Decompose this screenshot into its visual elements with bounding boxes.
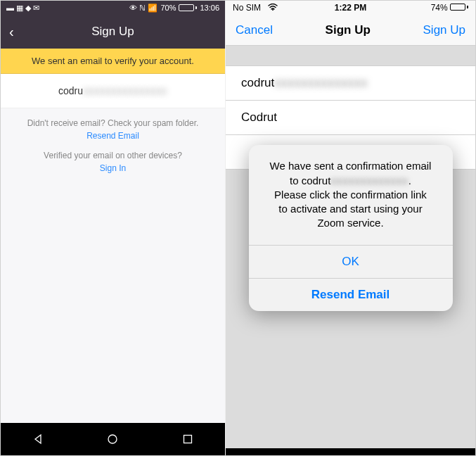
email-prefix: codru [58, 85, 83, 96]
bottom-bar [226, 448, 475, 455]
resend-email-link[interactable]: Resend Email [86, 131, 139, 141]
alert-line2-suffix: . [409, 175, 411, 186]
alert-line3: Please click the confirmation link [274, 189, 427, 201]
ios-screen: No SIM 1:22 PM 74% Cancel Sign Up Sign U… [226, 1, 475, 455]
email-blurred: xxxxxxxxxxxxxx [274, 76, 368, 89]
name-field[interactable]: Codrut [226, 101, 475, 135]
alert-line2-prefix: to codrut [290, 175, 330, 186]
battery-pct: 70% [160, 4, 176, 12]
svg-point-2 [272, 9, 274, 11]
back-button[interactable]: ‹ [9, 24, 14, 40]
svg-rect-1 [184, 436, 191, 443]
nav-home-icon[interactable] [106, 433, 119, 445]
email-field[interactable]: codrutxxxxxxxxxxxxxx [226, 65, 475, 101]
email-blurred: xxxxxxxxxxxxxxx [83, 85, 167, 96]
ios-status-bar: No SIM 1:22 PM 74% [226, 1, 475, 15]
spam-message-block: Didn't receive email? Check your spam fo… [1, 108, 225, 141]
battery-pct: 74% [431, 3, 448, 13]
alert-ok-button[interactable]: OK [249, 245, 453, 278]
nav-back-icon[interactable] [32, 433, 44, 445]
alert-message: We have sent a confirmation email to cod… [249, 145, 453, 244]
spam-message: Didn't receive email? Check your spam fo… [15, 118, 211, 128]
android-status-bar: ▬ ▦ ◆ ✉ 👁 ℕ 📶 70% 13:06 [1, 1, 225, 15]
verification-banner: We sent an email to verify your account. [1, 49, 225, 74]
verified-message: Verified your email on other devices? [15, 151, 211, 160]
alert-email-blurred: xxxxxxxxxxxxx [330, 175, 409, 186]
email-prefix: codrut [241, 76, 274, 89]
battery-icon [179, 4, 197, 11]
signup-button[interactable]: Sign Up [423, 23, 465, 37]
wifi-icon [266, 3, 278, 13]
battery-icon [450, 4, 468, 11]
alert-line1: We have sent a confirmation email [270, 160, 432, 172]
svg-point-0 [108, 435, 117, 443]
status-left-icons: ▬ ▦ ◆ ✉ [6, 4, 39, 13]
cancel-button[interactable]: Cancel [236, 23, 273, 37]
alert-line4: to activate and start using your [278, 203, 422, 215]
status-right-icons: 👁 ℕ 📶 [129, 4, 157, 13]
status-time: 13:06 [200, 4, 219, 12]
android-screen: ▬ ▦ ◆ ✉ 👁 ℕ 📶 70% 13:06 ‹ Sign Up We sen… [1, 1, 226, 455]
android-header: ‹ Sign Up [1, 15, 225, 49]
confirmation-alert: We have sent a confirmation email to cod… [249, 145, 453, 310]
alert-resend-button[interactable]: Resend Email [249, 278, 453, 311]
nav-recent-icon[interactable] [181, 433, 194, 445]
page-title: Sign Up [91, 25, 134, 39]
sign-in-link[interactable]: Sign In [100, 163, 126, 173]
alert-line5: Zoom service. [317, 217, 383, 229]
email-display: codruxxxxxxxxxxxxxxx [1, 74, 225, 108]
ios-header: Cancel Sign Up Sign Up [226, 15, 475, 46]
android-nav-bar [1, 423, 225, 455]
status-time: 1:22 PM [335, 3, 366, 13]
carrier-label: No SIM [233, 3, 261, 13]
verified-message-block: Verified your email on other devices? Si… [1, 141, 225, 173]
page-title: Sign Up [326, 23, 371, 37]
